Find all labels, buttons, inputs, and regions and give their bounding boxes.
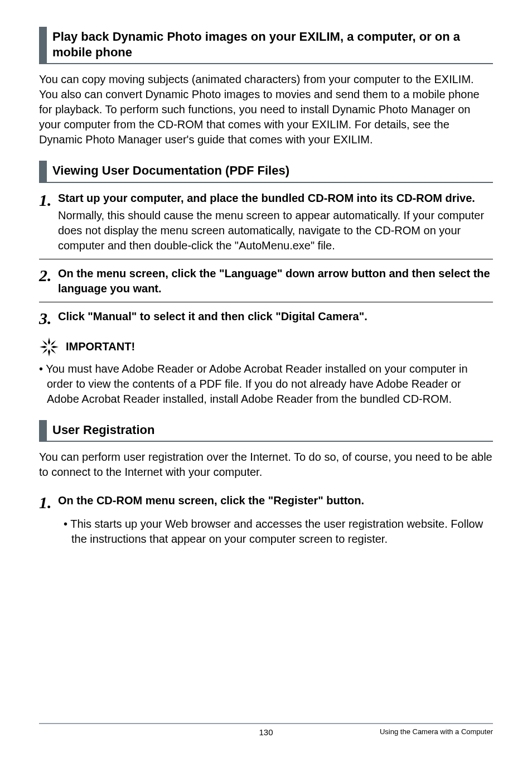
step-title: On the CD-ROM menu screen, click the "Re… [58, 493, 493, 508]
svg-marker-0 [48, 337, 50, 345]
footer-divider [39, 723, 493, 724]
svg-marker-1 [48, 349, 50, 356]
step-2: 2. On the menu screen, click the "Langua… [39, 266, 493, 296]
body-text: You can perform user registration over t… [39, 450, 493, 480]
section-header-user-registration: User Registration [39, 420, 493, 442]
step-number: 1. [39, 493, 58, 511]
section-title: Viewing User Documentation (PDF Files) [52, 161, 289, 182]
section-header-viewing-docs: Viewing User Documentation (PDF Files) [39, 161, 493, 183]
page-number: 130 [259, 727, 273, 737]
important-callout: IMPORTANT! [39, 337, 493, 357]
step-3: 3. Click "Manual" to select it and then … [39, 309, 493, 327]
step-title: Click "Manual" to select it and then cli… [58, 309, 493, 324]
svg-marker-5 [51, 340, 56, 345]
step-number: 1. [39, 191, 58, 209]
important-bullet: • You must have Adobe Reader or Adobe Ac… [39, 361, 493, 407]
step-register-1: 1. On the CD-ROM menu screen, click the … [39, 493, 493, 511]
step-title: Start up your computer, and place the bu… [58, 191, 493, 206]
step-divider [39, 259, 493, 259]
important-label: IMPORTANT! [66, 340, 135, 353]
svg-marker-6 [42, 349, 47, 354]
step-number: 3. [39, 309, 58, 327]
body-text: You can copy moving subjects (animated c… [39, 72, 493, 147]
svg-marker-2 [40, 346, 47, 348]
section-bar-icon [39, 161, 47, 182]
section-header-dynamic-photo: Play back Dynamic Photo images on your E… [39, 27, 493, 64]
step-text: Normally, this should cause the menu scr… [58, 208, 493, 253]
step-title: On the menu screen, click the "Language"… [58, 266, 493, 296]
step-divider [39, 302, 493, 302]
step-1: 1. Start up your computer, and place the… [39, 191, 493, 253]
section-title: User Registration [52, 420, 154, 441]
section-bar-icon [39, 27, 47, 63]
section-bar-icon [39, 420, 47, 441]
svg-marker-3 [51, 346, 59, 348]
page-footer: 130 Using the Camera with a Computer [39, 723, 493, 736]
footer-section-label: Using the Camera with a Computer [380, 727, 493, 736]
svg-marker-7 [51, 349, 56, 354]
step-number: 2. [39, 266, 58, 284]
section-title: Play back Dynamic Photo images on your E… [52, 27, 493, 63]
step-sub-bullet: • This starts up your Web browser and ac… [39, 517, 493, 547]
burst-icon [39, 337, 59, 357]
svg-marker-4 [42, 340, 47, 345]
